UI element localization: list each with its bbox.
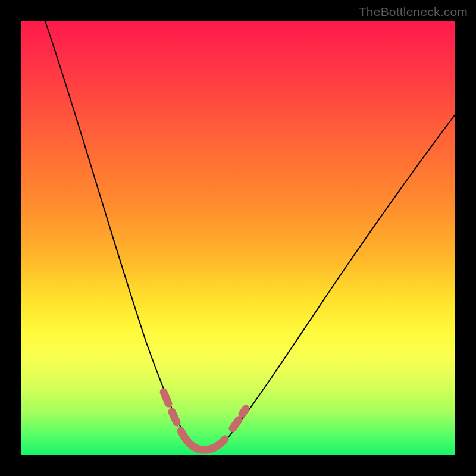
heat-plot-area: [21, 21, 455, 455]
marker-bottom: [181, 431, 225, 450]
marker-right: [233, 420, 239, 428]
marker-left: [164, 392, 168, 403]
watermark-text: TheBottleneck.com: [359, 5, 468, 19]
bottleneck-curve: [21, 21, 455, 455]
chart-frame: TheBottleneck.com: [0, 0, 476, 476]
marker-left-2: [172, 412, 177, 422]
curve-path: [45, 21, 456, 450]
marker-right-2: [242, 409, 246, 414]
